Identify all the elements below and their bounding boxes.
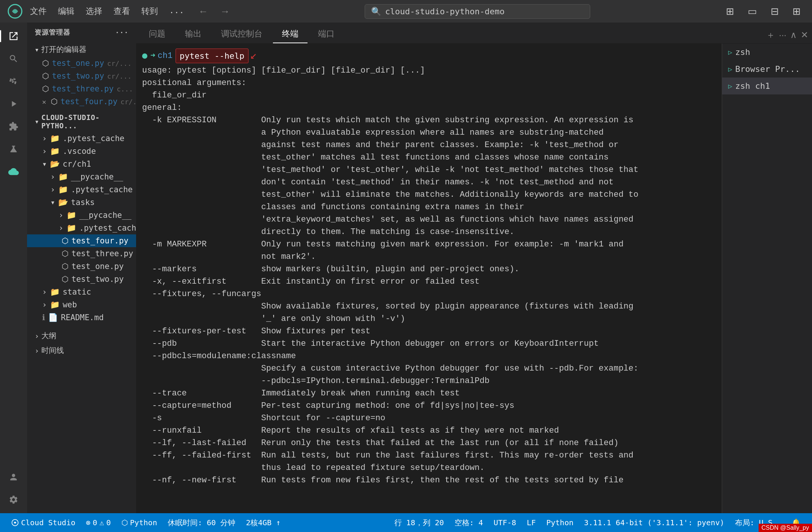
chevron-down-icon-3: ▾ <box>42 160 47 169</box>
status-lang[interactable]: Python <box>541 513 579 532</box>
nav-back[interactable]: ← <box>195 4 211 19</box>
layout-icon-3[interactable]: ⊟ <box>767 4 783 19</box>
activity-run[interactable] <box>4 94 23 114</box>
tree-pycache-1[interactable]: › 📁 __pycache__ <box>27 170 136 183</box>
status-version[interactable]: 3.11.1 64-bit ('3.11.1': pyenv) <box>579 513 729 532</box>
activity-source-control[interactable] <box>4 71 23 91</box>
shell-item-browser-label: Browser Pr... <box>735 64 800 74</box>
tab-debug-console[interactable]: 调试控制台 <box>212 25 271 43</box>
activity-search[interactable] <box>4 49 23 68</box>
close-icon[interactable]: ✕ <box>42 98 46 106</box>
status-language-file[interactable]: ⬡ Python <box>116 513 162 532</box>
activity-lab[interactable] <box>4 139 23 159</box>
status-errors[interactable]: ⊗ 0 ⚠ 0 <box>81 513 116 532</box>
status-encoding[interactable]: UTF-8 <box>488 513 521 532</box>
md-icon: 📄 <box>48 313 58 322</box>
add-terminal-button[interactable]: ＋ <box>766 29 775 41</box>
status-eol[interactable]: LF <box>521 513 541 532</box>
nav-forward[interactable]: → <box>217 4 233 19</box>
tab-output[interactable]: 输出 <box>176 25 211 43</box>
project-section[interactable]: ▾ CLOUD-STUDIO-PYTHO... <box>27 111 136 132</box>
terminal-output-15: 'extra_keyword_matches' set, as well as … <box>136 213 722 226</box>
tree-tasks[interactable]: ▾ 📂 tasks <box>27 196 136 209</box>
tree-item-pycache-2: __pycache__ <box>79 211 132 220</box>
chevron-right-timeline: › <box>35 346 39 355</box>
terminal-prompt-line: ➜ ch1 pytest --help ↙ <box>136 47 722 64</box>
py-icon-1: ⬡ <box>62 236 68 245</box>
timeline-section[interactable]: › 时间线 <box>27 343 136 358</box>
search-box[interactable]: 🔍 cloud-studio-python-demo <box>365 4 590 19</box>
activity-cloud[interactable] <box>4 162 23 181</box>
status-cpu-mem[interactable]: 2核4GB ↑ <box>241 513 286 532</box>
panel-chevron-up-button[interactable]: ∧ <box>790 30 797 40</box>
open-file-2-path: cr/... <box>107 72 132 80</box>
cloud-studio-label: Cloud Studio <box>21 518 76 527</box>
open-file-3[interactable]: ⬡ test_three.py c... <box>27 82 136 95</box>
red-arrow-annotation: ↙ <box>250 47 257 64</box>
activity-settings[interactable] <box>4 490 23 509</box>
status-row-col[interactable]: 行 18，列 20 <box>389 513 449 532</box>
open-editors-section[interactable]: ▾ 打开的编辑器 <box>27 42 136 57</box>
menu-view[interactable]: 查看 <box>114 6 130 17</box>
tab-terminal[interactable]: 终端 <box>273 25 308 43</box>
terminal-main[interactable]: ➜ ch1 pytest --help ↙ usage: pytest [opt… <box>136 44 722 513</box>
tab-problems[interactable]: 问题 <box>140 25 174 43</box>
tree-pytest-cache-1[interactable]: › 📁 .pytest_cache <box>27 132 136 145</box>
shell-arrow-icon-3: ▷ <box>728 82 732 90</box>
shell-item-zsh[interactable]: ▷ zsh <box>722 44 812 61</box>
menu-file[interactable]: 文件 <box>30 6 47 17</box>
layout-icon-4[interactable]: ⊞ <box>789 4 804 19</box>
py-icon-3: ⬡ <box>62 262 68 271</box>
status-cloud-studio[interactable]: Cloud Studio <box>6 513 81 532</box>
tree-pytest-cache-3[interactable]: › 📁 .pytest_cache <box>27 222 136 234</box>
tree-readme[interactable]: ℹ 📄 README.md <box>27 311 136 324</box>
shell-item-browser[interactable]: ▷ Browser Pr... <box>722 61 812 78</box>
tree-pycache-2[interactable]: › 📁 __pycache__ <box>27 209 136 222</box>
file-icon-3: ⬡ <box>42 84 49 93</box>
outline-label: 大纲 <box>41 331 56 341</box>
tree-cr-ch1[interactable]: ▾ 📂 cr/ch1 <box>27 158 136 170</box>
open-file-1[interactable]: ⬡ test_one.py cr/... <box>27 57 136 70</box>
terminal-output-21: --fixtures, --funcargs <box>136 288 722 300</box>
activity-extensions[interactable] <box>4 117 23 136</box>
tree-static[interactable]: › 📁 static <box>27 286 136 298</box>
menu-goto[interactable]: 转到 <box>141 6 158 17</box>
project-folder-name: CLOUD-STUDIO-PYTHO... <box>41 113 129 130</box>
chevron-right-icon: › <box>42 134 47 143</box>
terminal-output-8: a Python evaluatable expression where al… <box>136 126 722 139</box>
status-spaces[interactable]: 空格: 4 <box>449 513 488 532</box>
status-idle-time[interactable]: 休眠时间: 60 分钟 <box>162 513 241 532</box>
outline-section[interactable]: › 大纲 <box>27 328 136 343</box>
open-file-3-path: c... <box>117 85 133 93</box>
tree-test-one[interactable]: ⬡ test_one.py <box>27 260 136 273</box>
tab-ports[interactable]: 端口 <box>309 25 344 43</box>
tree-web[interactable]: › 📁 web <box>27 298 136 311</box>
tree-vscode[interactable]: › 📁 .vscode <box>27 145 136 158</box>
tree-test-three[interactable]: ⬡ test_three.py <box>27 247 136 260</box>
terminal-shell-list: ▷ zsh ▷ Browser Pr... ▷ zsh ch1 <box>722 44 812 513</box>
layout-icon-2[interactable]: ▭ <box>744 4 761 19</box>
folder-icon-6: 📂 <box>58 198 68 207</box>
panel-close-button[interactable]: ✕ <box>801 30 808 40</box>
menu-edit[interactable]: 编辑 <box>58 6 74 17</box>
activity-explorer[interactable] <box>4 26 23 46</box>
menu-select[interactable]: 选择 <box>86 6 102 17</box>
terminal-output-30: --capture=method Per-test capturing meth… <box>136 400 722 412</box>
titlebar: 文件 编辑 选择 查看 转到 ... ← → 🔍 cloud-studio-py… <box>0 0 812 23</box>
open-file-2[interactable]: ⬡ test_two.py cr/... <box>27 70 136 82</box>
shell-item-zsh-ch1[interactable]: ▷ zsh ch1 <box>722 78 812 94</box>
tree-pytest-cache-2[interactable]: › 📁 .pytest_cache <box>27 183 136 196</box>
panel-more-button[interactable]: ··· <box>779 30 786 40</box>
terminal-output-32: --runxfail Report the results of xfail t… <box>136 424 722 437</box>
tree-test-two[interactable]: ⬡ test_two.py <box>27 273 136 286</box>
activity-account[interactable] <box>4 467 23 487</box>
menu-more[interactable]: ... <box>169 6 184 17</box>
layout-icon-1[interactable]: ⊞ <box>722 4 738 19</box>
sidebar-more[interactable]: ··· <box>115 29 129 36</box>
tree-test-four[interactable]: ⬡ test_four.py <box>27 234 136 247</box>
file-icon-4: ⬡ <box>51 97 58 106</box>
window-actions: ⊞ ▭ ⊟ ⊞ <box>722 4 804 19</box>
file-icon-2: ⬡ <box>42 71 49 81</box>
open-file-4[interactable]: ✕ ⬡ test_four.py cr/... <box>27 95 136 108</box>
chevron-right-outline: › <box>35 331 39 340</box>
